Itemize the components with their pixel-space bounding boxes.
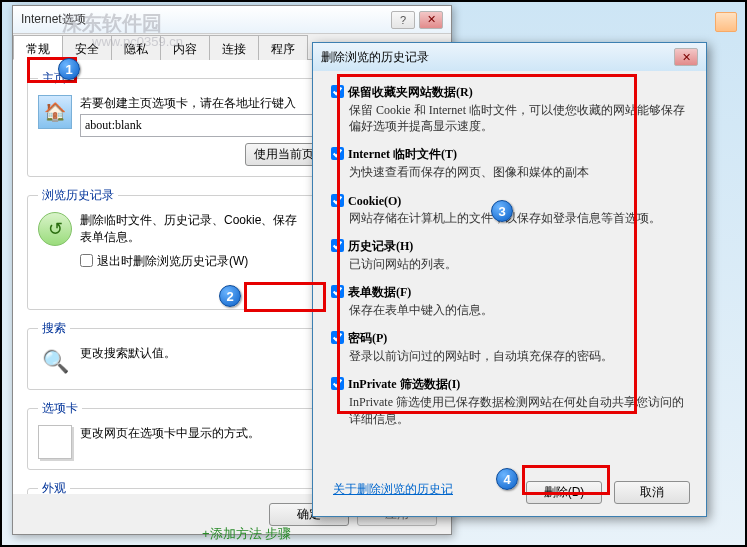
temp-files-label: Internet 临时文件(T) <box>348 147 457 161</box>
delete-history-dialog: 删除浏览的历史记录 ✕ 保留收藏夹网站数据(R)保留 Cookie 和 Inte… <box>312 42 707 517</box>
cookie-checkbox[interactable] <box>331 194 344 207</box>
delete-on-exit-checkbox[interactable] <box>80 254 93 267</box>
cookie-label: Cookie(O) <box>348 194 401 208</box>
tabs-instruction: 更改网页在选项卡中显示的方式。 <box>80 425 260 442</box>
form-data-label: 表单数据(F) <box>348 285 411 299</box>
home-icon: 🏠 <box>38 95 72 129</box>
tab-connections[interactable]: 连接 <box>209 35 259 60</box>
preserve-favorites-checkbox[interactable] <box>331 85 344 98</box>
temp-files-desc: 为快速查看而保存的网页、图像和媒体的副本 <box>349 164 688 180</box>
history-desc: 已访问网站的列表。 <box>349 256 688 272</box>
search-legend: 搜索 <box>38 320 70 337</box>
search-instruction: 更改搜索默认值。 <box>80 345 176 362</box>
preserve-favorites-desc: 保留 Cookie 和 Internet 临时文件，可以使您收藏的网站能够保存偏… <box>349 102 688 134</box>
tab-programs[interactable]: 程序 <box>258 35 308 60</box>
password-label: 密码(P) <box>348 331 387 345</box>
delete-dialog-title: 删除浏览的历史记录 <box>321 49 429 66</box>
bottom-hint: +添加方法 步骤 <box>202 525 291 543</box>
annotation-3: 3 <box>491 200 513 222</box>
help-button[interactable]: ? <box>391 11 415 29</box>
tabs-icon <box>38 425 72 459</box>
annotation-4: 4 <box>496 468 518 490</box>
dialog-titlebar: Internet选项 ? ✕ <box>13 6 451 34</box>
history-icon: ↺ <box>38 212 72 246</box>
inprivate-desc: InPrivate 筛选使用已保存数据检测网站在何处自动共享您访问的详细信息。 <box>349 394 688 426</box>
password-checkbox[interactable] <box>331 331 344 344</box>
tab-security[interactable]: 安全 <box>62 35 112 60</box>
tab-content[interactable]: 内容 <box>160 35 210 60</box>
annotation-1: 1 <box>58 58 80 80</box>
history-checkbox[interactable] <box>331 239 344 252</box>
password-desc: 登录以前访问过的网站时，自动填充保存的密码。 <box>349 348 688 364</box>
form-data-checkbox[interactable] <box>331 285 344 298</box>
history-label: 历史记录(H) <box>348 239 413 253</box>
confirm-delete-button[interactable]: 删除(D) <box>526 481 602 504</box>
appearance-legend: 外观 <box>38 480 70 494</box>
delete-dialog-close-button[interactable]: ✕ <box>674 48 698 66</box>
delete-on-exit-label: 退出时删除浏览历史记录(W) <box>97 254 248 268</box>
search-icon: 🔍 <box>38 345 72 379</box>
rss-icon <box>715 12 737 32</box>
annotation-2: 2 <box>219 285 241 307</box>
inprivate-checkbox[interactable] <box>331 377 344 390</box>
temp-files-checkbox[interactable] <box>331 147 344 160</box>
cancel-delete-button[interactable]: 取消 <box>614 481 690 504</box>
history-legend: 浏览历史记录 <box>38 187 118 204</box>
delete-dialog-titlebar: 删除浏览的历史记录 ✕ <box>313 43 706 71</box>
tabs-legend: 选项卡 <box>38 400 82 417</box>
preserve-favorites-label: 保留收藏夹网站数据(R) <box>348 85 473 99</box>
tab-general[interactable]: 常规 <box>13 35 63 60</box>
inprivate-label: InPrivate 筛选数据(I) <box>348 377 460 391</box>
dialog-title: Internet选项 <box>21 11 86 28</box>
close-button[interactable]: ✕ <box>419 11 443 29</box>
about-delete-link[interactable]: 关于删除浏览的历史记 <box>333 481 453 498</box>
cookie-desc: 网站存储在计算机上的文件，以保存如登录信息等首选项。 <box>349 210 688 226</box>
tab-privacy[interactable]: 隐私 <box>111 35 161 60</box>
form-data-desc: 保存在表单中键入的信息。 <box>349 302 688 318</box>
